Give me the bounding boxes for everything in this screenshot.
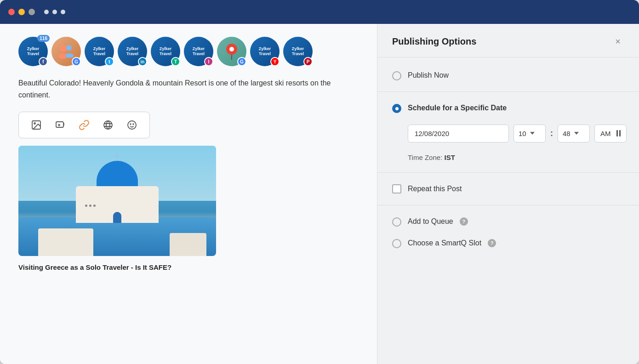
pause-icon xyxy=(616,130,621,136)
svg-point-10 xyxy=(130,124,131,125)
minute-value: 48 xyxy=(563,130,571,137)
account-avatar-pinterest[interactable]: ZylkerTravel P xyxy=(283,37,313,66)
hour-value: 10 xyxy=(519,130,526,137)
smartq-label: Choose a SmartQ Slot xyxy=(408,238,481,248)
account-avatar-gmb[interactable]: G xyxy=(51,37,81,66)
svg-point-0 xyxy=(60,46,67,52)
nav-dot-3 xyxy=(61,10,65,14)
social-badge-google: G xyxy=(237,57,246,66)
queue-help-icon[interactable]: ? xyxy=(460,217,468,226)
repeat-label: Repeat this Post xyxy=(408,184,462,194)
post-caption: Visiting Greece as a Solo Traveler - Is … xyxy=(18,263,359,271)
notification-badge: 116 xyxy=(37,35,50,42)
social-badge-instagram: I xyxy=(204,57,213,66)
minute-select[interactable]: 48 xyxy=(558,125,590,142)
account-avatar-tripadvisor[interactable]: ZylkerTravel T xyxy=(151,37,180,66)
link-icon[interactable] xyxy=(78,119,91,131)
datetime-row: 10 : 48 AM xyxy=(408,125,624,142)
panel-header: Publishing Options × xyxy=(377,24,639,57)
minimize-button[interactable] xyxy=(18,9,25,15)
svg-point-7 xyxy=(34,123,35,124)
close-button[interactable]: × xyxy=(611,35,624,48)
panel-body: Publish Now Schedule for a Specific Date… xyxy=(377,57,639,261)
close-button[interactable] xyxy=(8,9,15,15)
social-badge-linkedin: in xyxy=(138,57,147,66)
account-avatar-facebook[interactable]: ZylkerTravel 116 f xyxy=(18,37,48,66)
svg-point-3 xyxy=(65,53,74,58)
add-media-icon[interactable] xyxy=(54,119,67,131)
svg-point-1 xyxy=(66,45,72,51)
minute-chevron xyxy=(574,132,579,135)
timezone-row: Time Zone: IST xyxy=(408,154,624,161)
hour-chevron xyxy=(530,132,535,135)
schedule-label: Schedule for a Specific Date xyxy=(408,103,507,113)
account-avatar-linkedin[interactable]: ZylkerTravel in xyxy=(118,37,147,66)
repeat-checkbox[interactable] xyxy=(392,184,401,193)
schedule-radio[interactable] xyxy=(392,104,401,113)
smartq-option[interactable]: Choose a SmartQ Slot ? xyxy=(392,238,624,248)
map-pin-icon xyxy=(225,43,239,60)
emoji-icon[interactable] xyxy=(126,119,138,131)
hour-select[interactable]: 10 xyxy=(513,125,546,142)
title-bar xyxy=(0,0,639,24)
post-text: Beautiful Colorado! Heavenly Gondola & m… xyxy=(18,77,331,101)
editor-toolbar xyxy=(18,112,150,138)
left-panel: ZylkerTravel 116 f G ZylkerTrave xyxy=(0,24,377,364)
people-icon xyxy=(58,43,74,60)
smartq-help-icon[interactable]: ? xyxy=(488,239,496,247)
account-avatar-twitter[interactable]: ZylkerTravel t xyxy=(85,37,114,66)
publish-now-radio[interactable] xyxy=(392,71,401,80)
fullscreen-button[interactable] xyxy=(29,9,35,15)
post-image xyxy=(18,146,216,256)
social-badge-twitter: t xyxy=(105,57,114,66)
timezone-value: IST xyxy=(444,154,455,161)
account-avatar-youtube[interactable]: ZylkerTravel Y xyxy=(250,37,280,66)
nav-dots xyxy=(44,10,65,14)
social-badge-tripadvisor: T xyxy=(171,57,180,66)
image-icon[interactable] xyxy=(30,119,43,131)
account-avatar-google-maps[interactable]: G xyxy=(217,37,246,66)
app-window: ZylkerTravel 116 f G ZylkerTrave xyxy=(0,0,639,364)
social-badge-facebook: f xyxy=(39,57,48,66)
right-panel: Publishing Options × Publish Now Schedul… xyxy=(377,24,639,364)
schedule-option[interactable]: Schedule for a Specific Date xyxy=(392,103,624,113)
nav-dot-1 xyxy=(44,10,49,14)
ampm-value: AM xyxy=(600,130,611,137)
traffic-lights xyxy=(8,9,35,15)
timezone-label: Time Zone: xyxy=(408,154,442,161)
repeat-option[interactable]: Repeat this Post xyxy=(392,184,624,194)
svg-point-5 xyxy=(229,47,234,51)
time-colon: : xyxy=(550,129,553,138)
svg-point-9 xyxy=(128,121,136,129)
divider-1 xyxy=(377,91,639,92)
social-badge-youtube: Y xyxy=(270,57,280,66)
publish-now-option[interactable]: Publish Now xyxy=(392,70,624,80)
content-area: ZylkerTravel 116 f G ZylkerTrave xyxy=(0,24,639,364)
date-input[interactable] xyxy=(408,125,509,142)
publish-now-label: Publish Now xyxy=(408,70,449,80)
divider-2 xyxy=(377,172,639,173)
smartq-radio[interactable] xyxy=(392,239,401,248)
queue-label: Add to Queue xyxy=(408,216,453,227)
account-avatar-instagram[interactable]: ZylkerTravel I xyxy=(184,37,213,66)
svg-point-11 xyxy=(133,124,134,125)
ampm-toggle[interactable]: AM xyxy=(594,125,627,142)
social-badge-pinterest: P xyxy=(303,57,313,66)
panel-title: Publishing Options xyxy=(392,36,476,47)
divider-3 xyxy=(377,205,639,205)
queue-option[interactable]: Add to Queue ? xyxy=(392,216,624,227)
accounts-row: ZylkerTravel 116 f G ZylkerTrave xyxy=(18,37,359,66)
social-badge-people: G xyxy=(72,57,81,66)
queue-radio[interactable] xyxy=(392,217,401,227)
google-icon[interactable] xyxy=(102,119,114,131)
nav-dot-2 xyxy=(52,10,57,14)
svg-rect-8 xyxy=(56,122,63,127)
